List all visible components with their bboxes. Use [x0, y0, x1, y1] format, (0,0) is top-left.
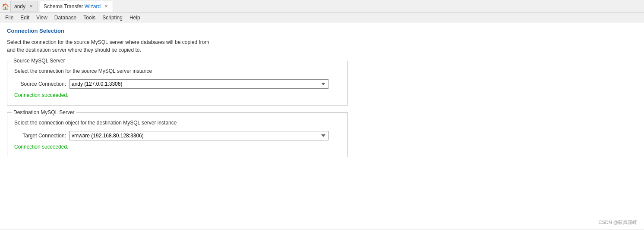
menu-help[interactable]: Help [126, 14, 144, 22]
source-success-text: Connection succeeded. [14, 92, 341, 98]
tab-wizard-label: Schema Transfer Wizard [44, 3, 101, 9]
tab-label-schema: Schema Transfer [44, 3, 85, 9]
tab-wizard-close[interactable]: ✕ [103, 3, 109, 9]
destination-label: Target Connection: [14, 133, 66, 139]
title-bar: 🏠 andy ✕ Schema Transfer Wizard ✕ [0, 0, 644, 13]
source-subtitle: Select the connection for the source MyS… [14, 68, 341, 74]
destination-section: Destination MySQL Server Select the conn… [7, 112, 348, 157]
menu-database[interactable]: Database [51, 14, 80, 22]
destination-form-row: Target Connection: vmware (192.168.80.12… [14, 131, 341, 140]
menu-file[interactable]: File [2, 14, 17, 22]
menu-bar: File Edit View Database Tools Scripting … [0, 13, 644, 22]
destination-subtitle: Select the connection object for the des… [14, 120, 341, 126]
menu-view[interactable]: View [33, 14, 51, 22]
tab-andy[interactable]: andy ✕ [10, 1, 38, 12]
source-connection-select[interactable]: andy (127.0.0.1:3306) [69, 79, 328, 89]
source-label: Source Connection: [14, 81, 66, 87]
destination-legend: Destination MySQL Server [12, 109, 76, 115]
description-line2: and the destination server where they sh… [7, 46, 637, 54]
content-area: Connection Selection Select the connecti… [0, 22, 644, 229]
description-line1: Select the connection for the source MyS… [7, 38, 637, 46]
menu-tools[interactable]: Tools [80, 14, 99, 22]
tab-schema-transfer-wizard[interactable]: Schema Transfer Wizard ✕ [40, 1, 113, 12]
tab-label-wizard: Wizard [85, 3, 101, 9]
source-form-row: Source Connection: andy (127.0.0.1:3306) [14, 79, 341, 89]
menu-edit[interactable]: Edit [17, 14, 33, 22]
page-description: Select the connection for the source MyS… [7, 38, 637, 54]
source-legend: Source MySQL Server [12, 58, 67, 64]
tab-andy-label: andy [14, 3, 25, 9]
menu-scripting[interactable]: Scripting [99, 14, 126, 22]
destination-success-text: Connection succeeded. [14, 144, 341, 150]
target-connection-select[interactable]: vmware (192.168.80.128:3306) [69, 131, 328, 140]
tab-andy-close[interactable]: ✕ [28, 3, 34, 9]
source-section: Source MySQL Server Select the connectio… [7, 61, 348, 106]
home-icon[interactable]: 🏠 [2, 3, 9, 10]
watermark: CSDN @荻风溪畔 [599, 219, 637, 226]
page-title: Connection Selection [7, 28, 637, 34]
